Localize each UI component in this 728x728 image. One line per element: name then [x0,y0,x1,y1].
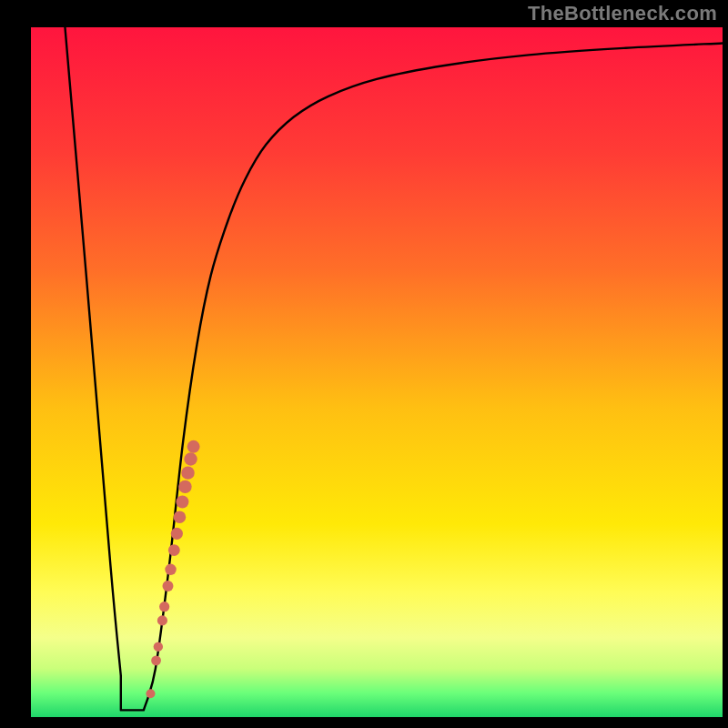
data-dot [154,642,163,651]
data-dot [187,440,200,453]
data-dot [151,655,161,665]
data-dot [184,452,197,465]
data-dot [165,564,176,575]
data-dot [168,544,180,556]
data-dot [159,602,169,612]
gradient-background [31,27,723,717]
data-dot [162,581,173,592]
chart-svg [0,0,728,728]
watermark-text: TheBottleneck.com [528,2,717,25]
data-dot [178,480,191,493]
data-dot [181,466,194,479]
data-dot [176,496,188,509]
data-dot [157,615,167,625]
data-dot [146,689,155,698]
data-dot [174,511,187,523]
data-dot [171,528,183,540]
chart-stage: TheBottleneck.com [0,0,728,728]
